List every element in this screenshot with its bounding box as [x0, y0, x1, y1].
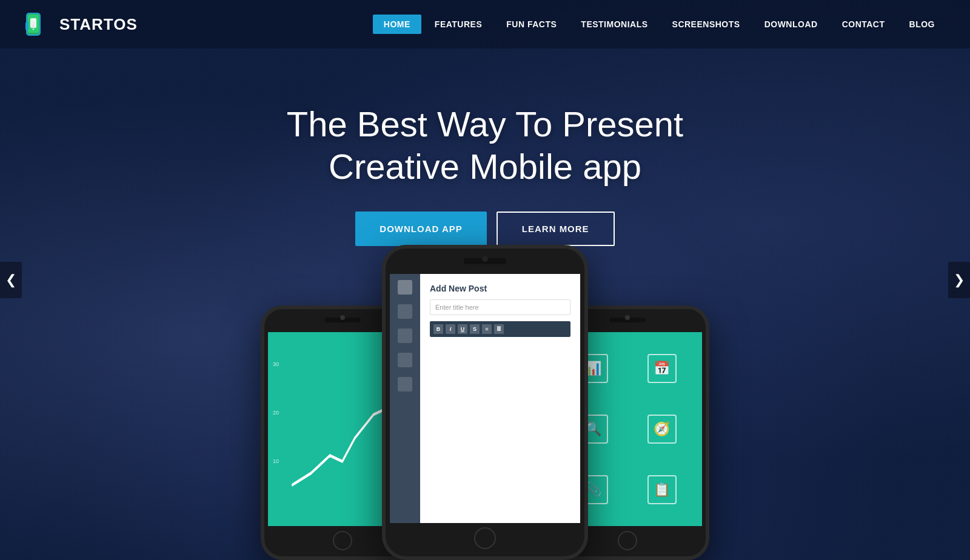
nav-screenshots[interactable]: SCREENSHOTS — [661, 15, 751, 34]
toolbar-italic[interactable]: I — [446, 324, 455, 334]
sidebar-icon-posts — [398, 304, 412, 319]
blog-toolbar: B I U S ≡ ≣ — [430, 321, 570, 337]
chart-label-20: 20 — [273, 410, 279, 416]
phones-showcase: 30 20 10 — [212, 245, 758, 560]
phone-left-camera — [340, 315, 345, 320]
svg-rect-4 — [30, 18, 36, 28]
navbar: 📱 STARTOS HOME FEATURES FUN FACTS TESTIM… — [0, 0, 970, 48]
chart-label-30: 30 — [273, 361, 279, 367]
toolbar-strike[interactable]: S — [470, 324, 480, 334]
nav-blog[interactable]: BLOG — [898, 15, 946, 34]
svg-point-5 — [33, 28, 35, 30]
toolbar-bold[interactable]: B — [433, 324, 443, 334]
toolbar-justify[interactable]: ≣ — [494, 324, 504, 334]
blog-editor: Add New Post Enter title here B I U S ≡ … — [390, 274, 580, 523]
nav-testimonials[interactable]: TESTIMONIALS — [570, 15, 658, 34]
hero-buttons: DOWNLOAD APP LEARN MORE — [355, 212, 614, 246]
logo-area: 📱 STARTOS — [24, 10, 138, 39]
app-icon-list: 📋 — [647, 475, 677, 504]
nav-home[interactable]: HOME — [373, 15, 421, 34]
blog-sidebar — [390, 274, 420, 523]
blog-content-area[interactable] — [430, 343, 570, 392]
brand-name: STARTOS — [59, 15, 138, 34]
nav-features[interactable]: FEATURES — [424, 15, 493, 34]
phone-center: Add New Post Enter title here B I U S ≡ … — [382, 245, 588, 560]
phone-left-home — [333, 531, 352, 550]
nav-download[interactable]: DOWNLOAD — [754, 15, 829, 34]
toolbar-underline[interactable]: U — [458, 324, 467, 334]
phone-center-camera — [482, 256, 488, 262]
chart-label-10: 10 — [273, 458, 279, 464]
carousel-prev-arrow[interactable]: ❮ — [0, 262, 22, 298]
nav-contact[interactable]: CONTACT — [831, 15, 896, 34]
blog-post-heading: Add New Post — [430, 284, 570, 293]
phone-right-home — [618, 531, 637, 550]
carousel-next-arrow[interactable]: ❯ — [948, 262, 970, 298]
sidebar-icon-links — [398, 353, 412, 367]
sidebar-icon-comments — [398, 377, 412, 392]
phone-center-screen: Add New Post Enter title here B I U S ≡ … — [390, 274, 580, 523]
sidebar-icon-home — [398, 280, 412, 295]
nav-fun-facts[interactable]: FUN FACTS — [495, 15, 567, 34]
phone-center-home — [474, 527, 496, 549]
blog-main-content: Add New Post Enter title here B I U S ≡ … — [420, 274, 580, 523]
app-icon-compass: 🧭 — [647, 415, 677, 444]
download-app-button[interactable]: DOWNLOAD APP — [355, 212, 486, 246]
blog-title-input: Enter title here — [430, 299, 570, 315]
nav-links: HOME FEATURES FUN FACTS TESTIMONIALS SCR… — [373, 15, 946, 34]
hero-section: 📱 STARTOS HOME FEATURES FUN FACTS TESTIM… — [0, 0, 970, 560]
toolbar-list[interactable]: ≡ — [482, 324, 492, 334]
app-icon-calendar: 📅 — [647, 354, 677, 383]
hero-title: The Best Way To Present Creative Mobile … — [287, 103, 683, 187]
logo-icon: 📱 — [24, 10, 53, 39]
learn-more-button[interactable]: LEARN MORE — [497, 212, 615, 246]
phone-right-camera — [625, 315, 630, 320]
svg-rect-6 — [25, 22, 28, 30]
sidebar-icon-media — [398, 328, 412, 343]
